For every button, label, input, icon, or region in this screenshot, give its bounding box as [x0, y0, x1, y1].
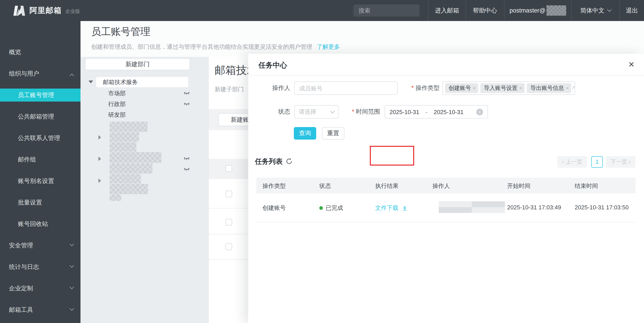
date-end[interactable]: 2025-10-31: [434, 108, 464, 115]
file-download-link[interactable]: 文件下载: [375, 204, 407, 212]
page-description: 创建和管理成员、部门信息，通过与管理平台其他功能结合实现更灵活安全的用户管理了解…: [91, 43, 340, 51]
chevron-down-icon: [70, 263, 74, 268]
type-tag[interactable]: 创建账号×: [445, 83, 478, 93]
redacted-department: [110, 142, 136, 152]
operator-input[interactable]: [295, 82, 397, 94]
tree-collapsed-caret-icon[interactable]: [98, 135, 101, 140]
account-label: postmaster@: [510, 7, 546, 14]
sidebar-item-mail-groups[interactable]: 邮件组: [0, 154, 80, 165]
redacted-department: [110, 194, 121, 201]
hidden-eye-icon[interactable]: [183, 91, 190, 95]
sidebar-group-org-users[interactable]: 组织与用户: [0, 68, 80, 79]
chevron-up-icon: [70, 74, 74, 78]
tree-item-rnd[interactable]: 研发部: [108, 112, 126, 118]
tree-root-department[interactable]: 邮箱技术服务: [96, 77, 188, 87]
redacted-department: [110, 132, 139, 142]
brand-logo: 阿里邮箱 企业版: [12, 0, 80, 21]
col-start: 开始时间: [507, 182, 530, 190]
refresh-icon[interactable]: [286, 158, 292, 165]
query-button[interactable]: 查询: [294, 127, 316, 140]
next-page-button[interactable]: 下一页 ›: [606, 156, 636, 168]
remove-tag-icon[interactable]: ×: [473, 85, 476, 91]
page-header: 员工账号管理 创建和管理成员、部门信息，通过与管理平台其他功能结合实现更灵活安全…: [80, 21, 644, 57]
topbar-search[interactable]: [353, 4, 420, 16]
topbar: 阿里邮箱 企业版 进入邮箱 帮助中心 postmaster@ 简体中文 退出: [0, 0, 644, 21]
alimail-m-logo-icon: [12, 5, 26, 16]
page-number-button[interactable]: 1: [591, 156, 603, 168]
status-label: 状态: [248, 105, 290, 118]
enter-mail-button[interactable]: 进入邮箱: [428, 0, 466, 21]
clear-date-icon[interactable]: ×: [476, 108, 483, 115]
help-center-button[interactable]: 帮助中心: [466, 0, 504, 21]
type-label: *操作类型: [387, 82, 440, 95]
sidebar-group-security[interactable]: 安全管理: [0, 240, 80, 251]
select-all-checkbox[interactable]: [226, 165, 232, 172]
new-department-button[interactable]: 新建部门: [85, 58, 190, 70]
annotation-highlight-box: [370, 146, 414, 166]
chevron-down-icon: [572, 86, 575, 88]
col-type: 操作类型: [262, 182, 286, 190]
sidebar: 概览 组织与用户 员工账号管理 公共邮箱管理 公共联系人管理 邮件组 账号别名设…: [0, 21, 80, 323]
tree-expand-caret-icon[interactable]: [88, 80, 93, 83]
task-list-title: 任务列表: [255, 157, 283, 166]
task-center-title: 任务中心: [258, 61, 287, 70]
hidden-eye-icon[interactable]: [183, 167, 190, 171]
tree-collapsed-caret-icon[interactable]: [98, 178, 101, 183]
sidebar-group-enterprise-custom[interactable]: 企业定制: [0, 283, 80, 294]
redacted-account-domain: [546, 5, 566, 16]
topbar-menu: 进入邮箱 帮助中心 postmaster@ 简体中文 退出: [428, 0, 644, 21]
remove-tag-icon[interactable]: ×: [566, 85, 569, 91]
remove-tag-icon[interactable]: ×: [519, 85, 522, 91]
sidebar-item-batch-settings[interactable]: 批量设置: [0, 197, 80, 208]
sidebar-item-public-mailbox[interactable]: 公共邮箱管理: [0, 112, 80, 122]
hidden-eye-icon[interactable]: [183, 156, 190, 160]
status-select[interactable]: 请选择: [294, 105, 338, 118]
new-sub-department-link[interactable]: 新建子部门: [215, 86, 244, 92]
chevron-down-icon: [70, 306, 74, 311]
hidden-eye-icon[interactable]: [183, 102, 190, 106]
type-multiselect[interactable]: 创建账号× 导入账号设置× 导出账号信息×: [442, 82, 575, 95]
reset-button[interactable]: 重置: [322, 127, 344, 140]
date-range-picker[interactable]: 2025-10-31 - 2025-10-31 ×: [384, 105, 488, 118]
row-checkbox[interactable]: [226, 219, 232, 226]
redacted-operator: [439, 201, 505, 213]
cell-type: 创建账号: [262, 204, 286, 212]
sidebar-item-overview[interactable]: 概览: [0, 47, 80, 58]
range-label: *时间范围: [342, 105, 380, 118]
redacted-department: [110, 184, 148, 194]
logout-button[interactable]: 退出: [620, 0, 644, 21]
account-menu[interactable]: postmaster@: [504, 0, 571, 21]
redacted-department: [110, 163, 152, 174]
operator-field[interactable]: [294, 82, 398, 95]
col-result: 执行结果: [375, 182, 398, 190]
tree-item-admin[interactable]: 行政部: [108, 101, 126, 108]
sidebar-item-employee-accounts[interactable]: 员工账号管理: [0, 88, 80, 102]
type-tag[interactable]: 导出账号信息×: [527, 83, 571, 93]
type-tag[interactable]: 导入账号设置×: [480, 83, 524, 93]
sidebar-group-mail-tools[interactable]: 邮箱工具: [0, 305, 80, 316]
sidebar-item-account-alias[interactable]: 账号别名设置: [0, 176, 80, 186]
row-checkbox[interactable]: [226, 190, 232, 197]
chevron-down-icon: [70, 242, 74, 246]
redacted-department: [110, 152, 162, 163]
learn-more-link[interactable]: 了解更多: [317, 44, 340, 50]
chevron-down-icon: [607, 8, 611, 12]
date-start[interactable]: 2025-10-31: [390, 108, 419, 115]
tree-item-marketing[interactable]: 市场部: [108, 90, 126, 97]
cell-start-time: 2025-10-31 17:03:49: [507, 204, 561, 211]
sidebar-group-stats-logs[interactable]: 统计与日志: [0, 262, 80, 272]
col-status: 状态: [319, 182, 331, 190]
task-table-header: 操作类型 状态 执行结果 操作人 开始时间 结束时间: [256, 178, 636, 193]
language-menu[interactable]: 简体中文: [571, 0, 620, 21]
prev-page-button[interactable]: ‹ 上一页: [557, 156, 587, 168]
chevron-down-icon: [330, 109, 335, 113]
brand-edition: 企业版: [65, 8, 80, 14]
redacted-department: [110, 174, 141, 184]
col-end: 结束时间: [575, 182, 598, 190]
row-checkbox[interactable]: [226, 243, 232, 250]
close-icon[interactable]: ✕: [628, 60, 635, 69]
tree-collapsed-caret-icon[interactable]: [98, 156, 101, 161]
sidebar-item-account-recycle[interactable]: 账号回收站: [0, 219, 80, 230]
sidebar-item-public-contacts[interactable]: 公共联系人管理: [0, 133, 80, 144]
search-input[interactable]: [359, 7, 438, 14]
